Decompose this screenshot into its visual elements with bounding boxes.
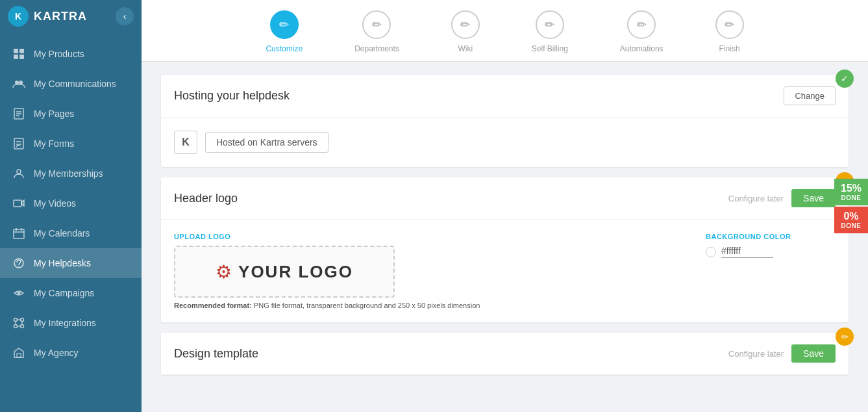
- hosting-change-button[interactable]: Change: [784, 86, 836, 105]
- wizard-step-departments[interactable]: ✏ Departments: [354, 10, 399, 53]
- sidebar-item-calendars[interactable]: My Calendars: [0, 218, 142, 248]
- step-circle-self-billing: ✏: [536, 10, 564, 39]
- logo-upload-section: UPLOAD LOGO ⚙ YOUR LOGO Recommended form…: [174, 233, 836, 309]
- sidebar-item-forms[interactable]: My Forms: [0, 129, 142, 159]
- your-logo-text: YOUR LOGO: [238, 262, 353, 282]
- step-label-automations: Automations: [620, 44, 663, 53]
- forms-icon: [12, 136, 26, 151]
- svg-rect-14: [14, 200, 21, 207]
- step-label-customize: Customize: [266, 44, 303, 53]
- wizard-step-finish[interactable]: ✏ Finish: [715, 10, 744, 53]
- svg-point-24: [14, 325, 18, 328]
- svg-rect-3: [19, 55, 24, 59]
- sidebar-header: K KARTRA ‹: [0, 0, 142, 32]
- sidebar-item-label: My Integrations: [34, 318, 96, 328]
- sidebar-item-agency[interactable]: My Agency: [0, 338, 142, 368]
- svg-rect-15: [14, 229, 24, 238]
- step-circle-finish: ✏: [715, 10, 744, 39]
- sidebar-item-pages[interactable]: My Pages: [0, 99, 142, 129]
- hosting-status-dot: ✓: [836, 70, 854, 88]
- integrations-icon: [12, 316, 26, 330]
- sidebar-item-label: My Agency: [34, 348, 78, 358]
- sidebar-item-communications[interactable]: My Communications: [0, 69, 142, 99]
- recommended-desc: PNG file format, transparent background …: [254, 302, 480, 309]
- upload-label: UPLOAD LOGO: [174, 233, 680, 240]
- bg-color-section: BACKGROUND COLOR #ffffff: [706, 233, 836, 258]
- progress-badge-zero[interactable]: 0% DONE: [834, 207, 868, 233]
- svg-point-4: [15, 81, 19, 84]
- products-icon: [12, 47, 26, 61]
- sidebar-item-label: My Helpdesks: [34, 258, 91, 268]
- progress-pct-done: 15%: [841, 183, 862, 194]
- bg-color-label: BACKGROUND COLOR: [706, 233, 836, 240]
- sidebar-item-memberships[interactable]: My Memberships: [0, 159, 142, 188]
- sidebar-item-videos[interactable]: My Videos: [0, 188, 142, 218]
- step-label-finish: Finish: [719, 44, 740, 53]
- hosting-option: K Hosted on Kartra servers: [174, 131, 836, 154]
- right-progress-panel: 15% DONE 0% DONE: [834, 179, 868, 233]
- hosted-on-badge: Hosted on Kartra servers: [205, 132, 329, 153]
- hosting-card-header: Hosting your helpdesk Change: [161, 75, 849, 118]
- wizard-step-customize[interactable]: ✏ Customize: [266, 10, 303, 53]
- wizard-step-self-billing[interactable]: ✏ Self Billing: [532, 10, 568, 53]
- header-logo-card-body: UPLOAD LOGO ⚙ YOUR LOGO Recommended form…: [161, 220, 849, 322]
- step-label-departments: Departments: [354, 44, 399, 53]
- wizard-step-automations[interactable]: ✏ Automations: [620, 10, 663, 53]
- sidebar-item-integrations[interactable]: My Integrations: [0, 308, 142, 338]
- design-template-card-header: Design template Configure later Save: [161, 333, 849, 375]
- logo-circle: K: [8, 6, 29, 27]
- design-template-edit-dot: ✏: [836, 328, 854, 346]
- hosting-card-body: K Hosted on Kartra servers: [161, 118, 849, 167]
- sidebar-item-label: My Campaigns: [34, 288, 94, 298]
- step-circle-automations: ✏: [627, 10, 656, 39]
- svg-point-23: [21, 318, 24, 322]
- progress-pct-zero: 0%: [843, 211, 858, 222]
- videos-icon: [12, 196, 26, 211]
- sidebar-item-campaigns[interactable]: My Campaigns: [0, 278, 142, 308]
- svg-rect-30: [17, 354, 21, 357]
- logo-upload-box[interactable]: ⚙ YOUR LOGO: [174, 246, 395, 298]
- step-label-wiki: Wiki: [458, 44, 473, 53]
- step-circle-customize: ✏: [270, 10, 299, 39]
- sidebar-item-products[interactable]: My Products: [0, 39, 142, 69]
- header-logo-configure-later: Configure later: [728, 194, 784, 203]
- sidebar-item-label: My Calendars: [34, 228, 90, 238]
- helpdesks-icon: [12, 256, 26, 270]
- design-template-title: Design template: [174, 347, 258, 361]
- sidebar-item-label: My Pages: [34, 109, 74, 119]
- sidebar-item-helpdesks[interactable]: My Helpdesks: [0, 248, 142, 278]
- sidebar-nav: My Products My Communications: [0, 32, 142, 368]
- svg-point-22: [14, 318, 18, 322]
- kartra-k-logo: K: [174, 131, 197, 154]
- app-name: KARTRA: [34, 10, 87, 23]
- header-logo-card-header: Header logo Configure later Save: [161, 177, 849, 220]
- wizard-step-wiki[interactable]: ✏ Wiki: [451, 10, 480, 53]
- color-swatch[interactable]: [706, 247, 716, 257]
- pages-icon: [12, 107, 26, 121]
- campaigns-icon: [12, 286, 26, 300]
- bg-color-value: #ffffff: [721, 246, 773, 258]
- design-template-card: ✏ Design template Configure later Save: [161, 333, 849, 375]
- step-label-self-billing: Self Billing: [532, 44, 568, 53]
- sidebar-item-label: My Forms: [34, 138, 74, 149]
- sidebar-collapse-button[interactable]: ‹: [116, 7, 134, 25]
- upload-area: UPLOAD LOGO ⚙ YOUR LOGO Recommended form…: [174, 233, 680, 309]
- memberships-icon: [12, 166, 26, 181]
- sidebar-item-label: My Memberships: [34, 168, 103, 179]
- sidebar-item-label: My Communications: [34, 79, 116, 89]
- design-configure-later: Configure later: [728, 349, 784, 359]
- recommended-label: Recommended format:: [174, 302, 252, 309]
- svg-rect-2: [14, 55, 18, 59]
- logo-area: K KARTRA: [8, 6, 87, 27]
- progress-done-label: DONE: [841, 194, 862, 201]
- header-logo-save-button[interactable]: Save: [791, 189, 836, 207]
- progress-badge-done[interactable]: 15% DONE: [834, 179, 868, 205]
- header-logo-title: Header logo: [174, 192, 238, 205]
- header-logo-card: ✏ Header logo Configure later Save UPLOA…: [161, 177, 849, 322]
- hosting-card: ✓ Hosting your helpdesk Change K Hosted …: [161, 75, 849, 167]
- svg-rect-10: [14, 138, 23, 149]
- svg-rect-0: [14, 49, 18, 53]
- progress-zero-label: DONE: [841, 222, 862, 229]
- design-save-button[interactable]: Save: [791, 344, 836, 363]
- sidebar: K KARTRA ‹ My Products: [0, 0, 142, 412]
